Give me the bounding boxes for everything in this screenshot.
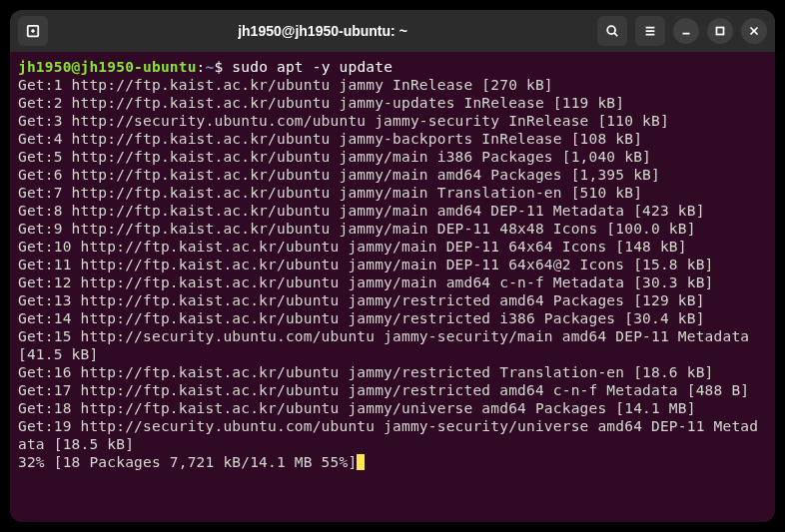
- progress-line: 32% [18 Packages 7,721 kB/14.1 MB 55%]: [18, 454, 357, 470]
- cursor: [357, 454, 365, 470]
- terminal-content[interactable]: jh1950@jh1950-ubuntu:~$ sudo apt -y upda…: [10, 52, 775, 522]
- menu-button[interactable]: [635, 16, 665, 46]
- new-tab-button[interactable]: [18, 16, 48, 46]
- hamburger-icon: [643, 24, 657, 38]
- svg-point-3: [607, 26, 615, 34]
- close-icon: [747, 24, 761, 38]
- window-title: jh1950@jh1950-ubuntu: ~: [54, 23, 591, 39]
- prompt-separator: :: [197, 59, 206, 75]
- minimize-button[interactable]: [673, 18, 699, 44]
- maximize-icon: [713, 24, 727, 38]
- titlebar: jh1950@jh1950-ubuntu: ~: [10, 10, 775, 52]
- command-text: sudo apt -y update: [232, 59, 392, 75]
- search-icon: [605, 24, 619, 38]
- new-tab-icon: [26, 24, 40, 38]
- output-lines: Get:1 http://ftp.kaist.ac.kr/ubuntu jamm…: [18, 77, 758, 452]
- svg-line-4: [614, 33, 617, 36]
- minimize-icon: [679, 24, 693, 38]
- search-button[interactable]: [597, 16, 627, 46]
- maximize-button[interactable]: [707, 18, 733, 44]
- prompt-dollar: $: [214, 59, 223, 75]
- svg-rect-9: [717, 28, 724, 35]
- prompt-user-host: jh1950@jh1950-ubuntu: [18, 59, 197, 75]
- terminal-window: jh1950@jh1950-ubuntu: ~ jh1950@jh1950-ub…: [10, 10, 775, 522]
- close-button[interactable]: [741, 18, 767, 44]
